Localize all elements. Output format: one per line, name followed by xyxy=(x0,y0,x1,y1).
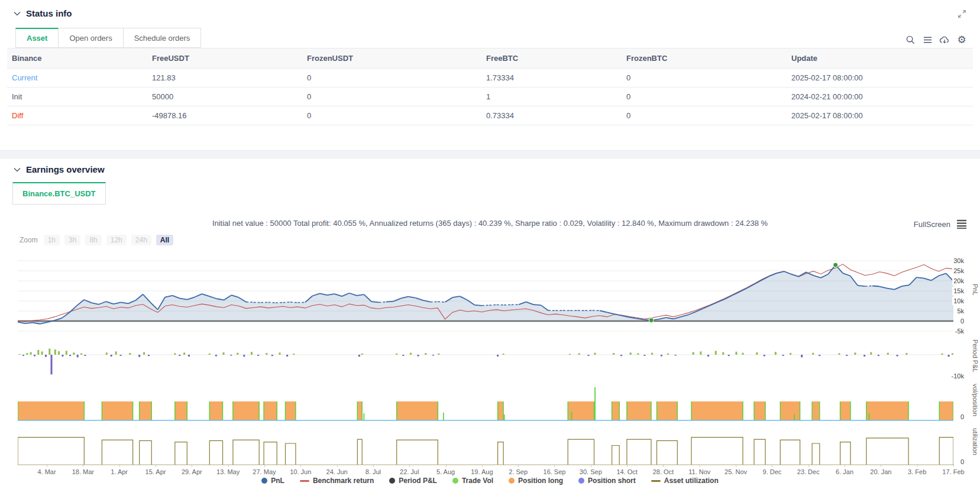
trading-dashboard: Status info Asset Open orders Schedule o… xyxy=(0,0,980,486)
x-axis-tick xyxy=(518,464,519,467)
x-axis-label: 19. Aug xyxy=(471,468,493,475)
menu-icon[interactable] xyxy=(922,34,933,45)
zoom-option-24h[interactable]: 24h xyxy=(131,235,151,245)
asset-table-body: Current121.8301.7333402025-02-17 08:00:0… xyxy=(7,69,973,125)
y-axis-label: -10k xyxy=(950,372,965,380)
x-axis-label: 27. May xyxy=(253,468,276,475)
tab-asset[interactable]: Asset xyxy=(15,28,59,48)
x-axis-label: 13. May xyxy=(216,468,240,475)
legend-item-position-short[interactable]: Position short xyxy=(578,477,636,485)
axis-title-period-p-l: Period P&L xyxy=(971,339,979,372)
y-axis-label: 20k xyxy=(952,277,965,285)
collapse-chevron-icon[interactable] xyxy=(13,9,21,18)
zoom-label: Zoom xyxy=(20,236,38,244)
tab-binance-btc-usdt[interactable]: Binance.BTC_USDT xyxy=(12,182,106,205)
x-axis-label: 22. Jul xyxy=(400,468,419,475)
axis-title-vol-position: vol/position xyxy=(971,384,979,416)
x-axis-tick xyxy=(337,464,338,467)
row-label-current[interactable]: Current xyxy=(12,73,37,82)
column-header: FrozenUSDT xyxy=(302,48,481,69)
table-row: Current121.8301.7333402025-02-17 08:00:0… xyxy=(7,69,973,88)
x-axis-tick xyxy=(192,464,192,467)
x-axis-label: 17. Feb xyxy=(942,468,964,475)
legend-line-icon xyxy=(651,480,661,482)
zoom-option-3h[interactable]: 3h xyxy=(64,235,80,245)
pnl-panel[interactable] xyxy=(18,258,953,333)
chart-marker xyxy=(649,318,654,323)
x-axis-tick xyxy=(808,464,809,467)
section-title-earnings: Earnings overview xyxy=(26,164,105,174)
legend-item-pnl[interactable]: PnL xyxy=(261,477,284,485)
cloud-download-icon[interactable] xyxy=(939,34,950,45)
vol-position-panel[interactable] xyxy=(18,383,953,422)
tab-open-orders[interactable]: Open orders xyxy=(59,28,123,48)
y-axis-label: 5k xyxy=(956,307,965,315)
legend-dot-icon xyxy=(261,478,267,484)
asset-table-header: BinanceFreeUSDTFrozenUSDTFreeBTCFrozenBT… xyxy=(7,48,973,69)
period-pnl-panel[interactable] xyxy=(18,338,953,378)
legend-item-trade-vol[interactable]: Trade Vol xyxy=(452,477,493,485)
chart-menu-icon[interactable] xyxy=(956,219,967,229)
x-axis-tick xyxy=(482,464,483,467)
legend-item-benchmark-return[interactable]: Benchmark return xyxy=(300,477,374,485)
x-axis-tick xyxy=(663,464,664,467)
x-axis-tick xyxy=(627,464,628,467)
fullscreen-button[interactable]: FullScreen xyxy=(914,220,950,229)
legend-item-asset-utilization[interactable]: Asset utilization xyxy=(651,477,719,485)
x-axis-label: 14. Oct xyxy=(616,468,637,475)
legend-dot-icon xyxy=(578,478,584,484)
search-icon[interactable] xyxy=(905,34,916,45)
y-axis-label: 0 xyxy=(959,317,965,325)
legend-dot-icon xyxy=(389,478,395,484)
utilization-panel[interactable] xyxy=(18,426,953,466)
table-row: Init500000102024-02-21 00:00:00 xyxy=(7,88,973,106)
y-axis-label: 10k xyxy=(952,297,965,305)
x-axis-label: 16. Sep xyxy=(544,468,566,475)
expand-icon[interactable] xyxy=(956,8,967,19)
y-axis-label: -5k xyxy=(954,327,965,335)
legend-item-position-long[interactable]: Position long xyxy=(509,477,563,485)
table-cell: 0 xyxy=(622,88,787,106)
table-cell: 1 xyxy=(481,88,622,106)
tab-schedule-orders[interactable]: Schedule orders xyxy=(124,28,202,48)
x-axis-label: 15. Apr xyxy=(145,468,166,475)
earnings-header: Earnings overview xyxy=(0,158,980,174)
column-header: FrozenBTC xyxy=(622,48,787,69)
x-axis-label: 1. Apr xyxy=(111,468,128,475)
x-axis-tick xyxy=(446,464,447,467)
asset-table: BinanceFreeUSDTFrozenUSDTFreeBTCFrozenBT… xyxy=(7,48,973,125)
table-cell: 121.83 xyxy=(147,69,302,88)
x-axis-label: 28. Oct xyxy=(653,468,674,475)
legend-line-icon xyxy=(300,480,309,482)
earnings-chart[interactable]: 30k25k20k15k10k5k0-5k-10k00PnLPeriod P&L… xyxy=(0,253,980,486)
zoom-controls: Zoom 1h3h8h12h24hAll xyxy=(20,235,173,245)
x-axis-tick xyxy=(83,464,83,467)
settings-gear-icon[interactable]: ⚙ xyxy=(956,34,967,45)
row-label-init: Init xyxy=(12,92,22,101)
table-cell: 2024-02-21 00:00:00 xyxy=(787,88,973,106)
x-axis-label: 20. Jan xyxy=(870,468,891,475)
table-cell: 0 xyxy=(622,106,787,125)
x-axis-tick xyxy=(373,464,374,467)
zoom-option-1h[interactable]: 1h xyxy=(44,235,60,245)
x-axis-label: 30. Sep xyxy=(580,468,602,475)
zoom-option-all[interactable]: All xyxy=(156,235,173,245)
legend-item-period-p-l[interactable]: Period P&L xyxy=(389,477,437,485)
table-cell: 0.73334 xyxy=(481,106,622,125)
x-axis-tick xyxy=(953,464,954,467)
table-row: Diff-49878.1600.7333402025-02-17 08:00:0… xyxy=(7,106,973,125)
x-axis-tick xyxy=(845,464,845,467)
y-axis-label: 30k xyxy=(952,257,965,265)
x-axis-tick xyxy=(917,464,918,467)
section-separator xyxy=(0,150,980,158)
table-cell: 0 xyxy=(622,69,787,88)
x-axis-label: 2. Sep xyxy=(509,468,528,475)
summary-stats: Initial net value : 50000 Total profit: … xyxy=(0,219,980,228)
x-axis-label: 25. Nov xyxy=(725,468,747,475)
status-header: Status info xyxy=(0,8,980,18)
x-axis-label: 3. Feb xyxy=(908,468,926,475)
collapse-chevron-icon[interactable] xyxy=(13,166,21,174)
zoom-option-8h[interactable]: 8h xyxy=(85,235,101,245)
column-header: FreeBTC xyxy=(481,48,622,69)
zoom-option-12h[interactable]: 12h xyxy=(106,235,127,245)
